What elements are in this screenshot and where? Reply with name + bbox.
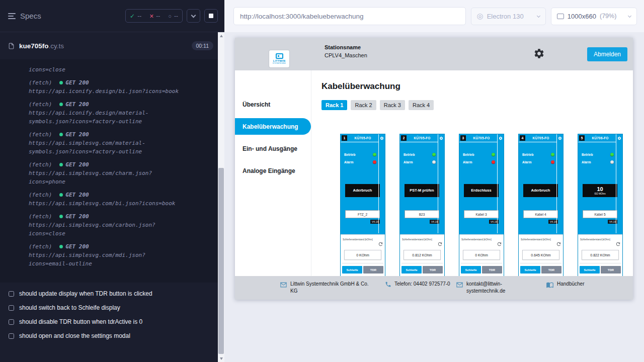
- viewport-icon: [557, 14, 564, 19]
- cable-name-input[interactable]: Kabel 4: [523, 210, 558, 218]
- footer-phone: Telefon: 04402 972577-0: [385, 281, 456, 300]
- scrollbar-thumb[interactable]: [218, 168, 224, 354]
- alarm-led: [610, 160, 614, 164]
- tab-rack-1[interactable]: Rack 1: [321, 100, 347, 110]
- resistance-label: Schleifenwiderstand [kOhm]: [461, 238, 496, 241]
- email-icon: [280, 281, 287, 289]
- tdr-button[interactable]: TDR: [482, 266, 502, 274]
- log-entry[interactable]: (fetch)GET 200 https://api.simplesvg.com…: [29, 160, 183, 186]
- specs-button[interactable]: Specs: [8, 12, 41, 21]
- fetch-command: (fetch): [29, 160, 52, 169]
- chevron-down-icon: [537, 14, 540, 17]
- success-dot-icon: [59, 163, 63, 166]
- footer-company: Littwin Systemtechnik GmbH & Co. KG: [280, 281, 385, 300]
- spec-name: kue705fo: [19, 42, 49, 50]
- settings-gear-icon[interactable]: [533, 48, 545, 59]
- status-display: PST-M prüfen: [405, 184, 439, 197]
- tdr-button[interactable]: TDR: [541, 266, 561, 274]
- refresh-icon[interactable]: [497, 241, 502, 247]
- tdr-button[interactable]: TDR: [601, 266, 621, 274]
- test-title: should update display when TDR button is…: [19, 290, 152, 297]
- request-url: https://api.simplesvg.com/material-symbo…: [29, 139, 183, 156]
- test-item[interactable]: should disable TDR button when tdrActive…: [0, 315, 218, 329]
- footer-email[interactable]: kontakt@littwin-systemtechnik.de: [456, 281, 546, 300]
- panel-scrollbar[interactable]: [218, 32, 224, 362]
- device-model-label: KÜ705-FO: [526, 136, 555, 140]
- sidebar-item-analoge-eingaenge[interactable]: Analoge Eingänge: [235, 160, 311, 182]
- tab-rack-2[interactable]: Rack 2: [351, 100, 376, 110]
- logout-button[interactable]: Abmelden: [587, 47, 627, 61]
- schleife-button[interactable]: Schleife: [401, 266, 422, 274]
- log-entry[interactable]: icons=close: [29, 65, 183, 74]
- schleife-button[interactable]: Schleife: [520, 266, 540, 274]
- rack-device-card: 5KÜ706-FO Betrieb Alarm 10ISO MOhm Kabel…: [578, 134, 623, 276]
- log-entry[interactable]: (fetch)GET 200 https://api.simplesvg.com…: [29, 130, 183, 156]
- cable-name-input[interactable]: FTZ_2: [345, 210, 380, 218]
- schleife-button[interactable]: Schleife: [461, 266, 481, 274]
- status-display: Aderbruch: [345, 184, 380, 197]
- test-list: should update display when TDR button is…: [0, 283, 218, 362]
- test-title: should open and close the settings modal: [19, 332, 130, 339]
- cable-name-input[interactable]: Kabel 3: [464, 210, 499, 218]
- scroll-up-arrow[interactable]: [218, 33, 224, 39]
- app-main: Kabelüberwachung Rack 1 Rack 2 Rack 3 Ra…: [311, 70, 633, 276]
- log-entry[interactable]: (fetch)GET 200 https://api.simplesvg.com…: [29, 212, 183, 238]
- cable-name-input[interactable]: Kabel 5: [583, 210, 617, 218]
- resistance-value: 0.645 KOhm: [522, 250, 559, 260]
- request-url: https://api.iconify.design/bi.json?icons…: [29, 87, 183, 96]
- refresh-icon[interactable]: [556, 241, 561, 247]
- tab-rack-3[interactable]: Rack 3: [380, 100, 405, 110]
- device-settings-icon[interactable]: [558, 136, 562, 140]
- sidebar-item-kabelueberwachung[interactable]: Kabelüberwachung: [235, 118, 311, 135]
- cable-name-input[interactable]: B23: [405, 210, 439, 218]
- status-display: Aderbruch: [523, 184, 558, 197]
- station-label: Stationsname: [325, 44, 367, 50]
- betrieb-led: [373, 153, 376, 156]
- scroll-down-arrow[interactable]: [218, 355, 224, 361]
- book-icon: [546, 281, 554, 289]
- viewport-size-select[interactable]: 1000x660 (79%): [551, 8, 637, 25]
- spec-timer: 00:11: [192, 41, 214, 50]
- device-settings-icon[interactable]: [439, 136, 443, 140]
- pending-circle-icon: ○: [168, 13, 172, 19]
- cypress-toolbar: Specs ✓-- ×-- ○--: [0, 0, 224, 32]
- device-settings-icon[interactable]: [617, 136, 621, 140]
- test-title: should switch back to Schleife display: [19, 304, 120, 311]
- schleife-button[interactable]: Schleife: [580, 266, 600, 274]
- test-item[interactable]: should update display when TDR button is…: [0, 287, 218, 301]
- device-model-label: KÜ706-FO: [586, 136, 615, 140]
- schleife-button[interactable]: Schleife: [342, 266, 362, 274]
- viewport-size: 1000x660: [568, 13, 596, 20]
- test-item[interactable]: should switch back to Schleife display: [0, 301, 218, 315]
- browser-url-input[interactable]: [233, 7, 466, 25]
- device-settings-icon[interactable]: [380, 136, 384, 140]
- log-entry[interactable]: (fetch)GET 200 https://api.iconify.desig…: [29, 100, 183, 126]
- tdr-button[interactable]: TDR: [423, 266, 443, 274]
- refresh-icon[interactable]: [378, 241, 383, 247]
- test-state-icon: [9, 305, 14, 311]
- sidebar-item-ein-und-ausgaenge[interactable]: Ein- und Ausgänge: [235, 138, 311, 160]
- stop-button[interactable]: [204, 9, 218, 23]
- pending-count: ○--: [164, 13, 182, 20]
- resistance-label: Schleifenwiderstand [kOhm]: [521, 238, 555, 241]
- log-entry[interactable]: (fetch)GET 200 https://api.simplesvg.com…: [29, 242, 183, 268]
- test-item[interactable]: should open and close the settings modal: [0, 329, 218, 343]
- log-entry[interactable]: (fetch)GET 200 https://api.simplesvg.com…: [29, 191, 183, 208]
- tab-rack-4[interactable]: Rack 4: [409, 100, 434, 110]
- betrieb-led: [610, 153, 614, 156]
- collapse-button[interactable]: [187, 9, 200, 23]
- resistance-label: Schleifenwiderstand [kOhm]: [343, 238, 377, 241]
- passed-count: ✓--: [126, 13, 145, 20]
- betrieb-led: [551, 153, 554, 156]
- log-entry[interactable]: (fetch)GET 200 https://api.iconify.desig…: [29, 78, 183, 96]
- refresh-icon[interactable]: [437, 241, 443, 247]
- file-icon: [8, 42, 15, 50]
- test-stats: ✓-- ×-- ○--: [125, 9, 183, 23]
- refresh-icon[interactable]: [615, 241, 621, 247]
- spec-file-row[interactable]: kue705fo.cy.ts 00:11: [0, 37, 224, 54]
- browser-select[interactable]: ◎ Electron 130: [471, 8, 546, 25]
- sidebar-item-uebersicht[interactable]: Übersicht: [235, 94, 311, 116]
- tdr-button[interactable]: TDR: [363, 266, 383, 274]
- device-settings-icon[interactable]: [499, 136, 503, 140]
- footer-manuals[interactable]: Handbücher: [546, 281, 584, 300]
